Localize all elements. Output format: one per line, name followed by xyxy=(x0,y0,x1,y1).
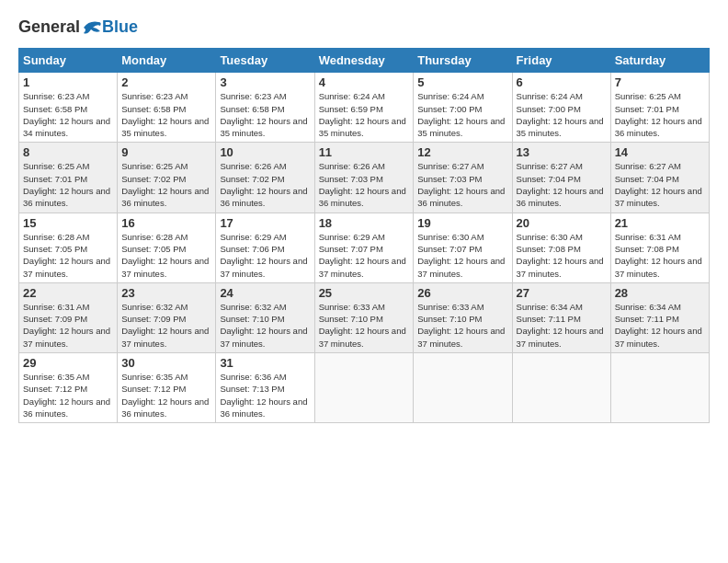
day-detail: Sunrise: 6:27 AMSunset: 7:04 PMDaylight:… xyxy=(517,160,607,209)
day-number: 8 xyxy=(23,145,113,159)
day-detail: Sunrise: 6:33 AMSunset: 7:10 PMDaylight:… xyxy=(319,301,410,350)
calendar-header-thursday: Thursday xyxy=(414,49,512,73)
day-number: 26 xyxy=(417,286,507,300)
day-detail: Sunrise: 6:34 AMSunset: 7:11 PMDaylight:… xyxy=(615,301,705,350)
day-detail: Sunrise: 6:29 AMSunset: 7:07 PMDaylight:… xyxy=(319,231,410,280)
day-detail: Sunrise: 6:35 AMSunset: 7:12 PMDaylight:… xyxy=(23,371,113,419)
day-detail: Sunrise: 6:27 AMSunset: 7:04 PMDaylight:… xyxy=(615,160,705,209)
day-number: 19 xyxy=(417,216,507,230)
day-number: 11 xyxy=(319,145,410,159)
day-detail: Sunrise: 6:31 AMSunset: 7:09 PMDaylight:… xyxy=(23,301,113,350)
day-number: 10 xyxy=(220,145,310,159)
day-detail: Sunrise: 6:30 AMSunset: 7:08 PMDaylight:… xyxy=(517,231,607,280)
calendar-cell xyxy=(610,353,709,423)
calendar-cell xyxy=(314,353,414,423)
logo-subtext: Blue xyxy=(102,17,138,37)
calendar-cell: 10Sunrise: 6:26 AMSunset: 7:02 PMDayligh… xyxy=(216,143,314,213)
calendar-cell: 19Sunrise: 6:30 AMSunset: 7:07 PMDayligh… xyxy=(414,213,512,282)
day-detail: Sunrise: 6:26 AMSunset: 7:03 PMDaylight:… xyxy=(319,160,410,209)
logo: General Blue xyxy=(18,18,138,37)
calendar-cell: 25Sunrise: 6:33 AMSunset: 7:10 PMDayligh… xyxy=(314,282,414,352)
day-detail: Sunrise: 6:25 AMSunset: 7:01 PMDaylight:… xyxy=(615,90,705,139)
calendar-header-saturday: Saturday xyxy=(610,49,709,73)
day-number: 24 xyxy=(220,286,310,300)
day-number: 22 xyxy=(23,286,113,300)
page: General Blue SundayMondayTuesdayWednesda… xyxy=(0,0,728,563)
calendar-cell: 7Sunrise: 6:25 AMSunset: 7:01 PMDaylight… xyxy=(610,73,709,143)
day-number: 1 xyxy=(23,75,113,89)
day-detail: Sunrise: 6:28 AMSunset: 7:05 PMDaylight:… xyxy=(23,231,113,280)
day-number: 17 xyxy=(220,216,310,230)
calendar-cell: 30Sunrise: 6:35 AMSunset: 7:12 PMDayligh… xyxy=(118,353,216,423)
day-number: 5 xyxy=(417,75,507,89)
calendar-cell: 20Sunrise: 6:30 AMSunset: 7:08 PMDayligh… xyxy=(512,213,610,282)
calendar-header-friday: Friday xyxy=(512,49,610,73)
day-detail: Sunrise: 6:23 AMSunset: 6:58 PMDaylight:… xyxy=(220,90,310,139)
calendar-cell: 16Sunrise: 6:28 AMSunset: 7:05 PMDayligh… xyxy=(118,213,216,282)
day-number: 4 xyxy=(319,75,410,89)
day-number: 6 xyxy=(517,75,607,89)
calendar-cell: 31Sunrise: 6:36 AMSunset: 7:13 PMDayligh… xyxy=(216,353,314,423)
day-detail: Sunrise: 6:36 AMSunset: 7:13 PMDaylight:… xyxy=(220,371,310,419)
calendar-cell: 27Sunrise: 6:34 AMSunset: 7:11 PMDayligh… xyxy=(512,282,610,352)
day-detail: Sunrise: 6:32 AMSunset: 7:09 PMDaylight:… xyxy=(121,301,211,350)
day-number: 18 xyxy=(319,216,410,230)
calendar-cell: 11Sunrise: 6:26 AMSunset: 7:03 PMDayligh… xyxy=(314,143,414,213)
day-detail: Sunrise: 6:23 AMSunset: 6:58 PMDaylight:… xyxy=(23,90,113,139)
logo-bird-icon xyxy=(82,18,102,37)
day-detail: Sunrise: 6:30 AMSunset: 7:07 PMDaylight:… xyxy=(417,231,507,280)
calendar-cell: 15Sunrise: 6:28 AMSunset: 7:05 PMDayligh… xyxy=(19,213,118,282)
day-detail: Sunrise: 6:29 AMSunset: 7:06 PMDaylight:… xyxy=(220,231,310,280)
header: General Blue xyxy=(18,18,710,37)
day-detail: Sunrise: 6:24 AMSunset: 7:00 PMDaylight:… xyxy=(417,90,507,139)
calendar-cell: 4Sunrise: 6:24 AMSunset: 6:59 PMDaylight… xyxy=(314,73,414,143)
calendar-header-row: SundayMondayTuesdayWednesdayThursdayFrid… xyxy=(19,49,710,73)
week-row-3: 15Sunrise: 6:28 AMSunset: 7:05 PMDayligh… xyxy=(19,213,710,282)
calendar-cell: 6Sunrise: 6:24 AMSunset: 7:00 PMDaylight… xyxy=(512,73,610,143)
calendar-cell: 22Sunrise: 6:31 AMSunset: 7:09 PMDayligh… xyxy=(19,282,118,352)
calendar-header-sunday: Sunday xyxy=(19,49,118,73)
day-detail: Sunrise: 6:34 AMSunset: 7:11 PMDaylight:… xyxy=(517,301,607,350)
calendar-cell: 2Sunrise: 6:23 AMSunset: 6:58 PMDaylight… xyxy=(118,73,216,143)
calendar-header-wednesday: Wednesday xyxy=(314,49,414,73)
day-number: 9 xyxy=(121,145,211,159)
day-number: 21 xyxy=(615,216,705,230)
calendar-cell xyxy=(414,353,512,423)
day-number: 15 xyxy=(23,216,113,230)
day-detail: Sunrise: 6:27 AMSunset: 7:03 PMDaylight:… xyxy=(417,160,507,209)
day-number: 28 xyxy=(615,286,705,300)
calendar-header-tuesday: Tuesday xyxy=(216,49,314,73)
week-row-5: 29Sunrise: 6:35 AMSunset: 7:12 PMDayligh… xyxy=(19,353,710,423)
calendar-cell xyxy=(512,353,610,423)
calendar-cell: 14Sunrise: 6:27 AMSunset: 7:04 PMDayligh… xyxy=(610,143,709,213)
calendar-cell: 9Sunrise: 6:25 AMSunset: 7:02 PMDaylight… xyxy=(118,143,216,213)
day-number: 25 xyxy=(319,286,410,300)
logo-text: General xyxy=(18,18,102,37)
calendar-cell: 13Sunrise: 6:27 AMSunset: 7:04 PMDayligh… xyxy=(512,143,610,213)
calendar-cell: 3Sunrise: 6:23 AMSunset: 6:58 PMDaylight… xyxy=(216,73,314,143)
day-detail: Sunrise: 6:23 AMSunset: 6:58 PMDaylight:… xyxy=(121,90,211,139)
calendar-cell: 29Sunrise: 6:35 AMSunset: 7:12 PMDayligh… xyxy=(19,353,118,423)
day-detail: Sunrise: 6:25 AMSunset: 7:01 PMDaylight:… xyxy=(23,160,113,209)
day-detail: Sunrise: 6:31 AMSunset: 7:08 PMDaylight:… xyxy=(615,231,705,280)
day-number: 20 xyxy=(517,216,607,230)
day-detail: Sunrise: 6:25 AMSunset: 7:02 PMDaylight:… xyxy=(121,160,211,209)
day-number: 30 xyxy=(121,356,211,370)
day-detail: Sunrise: 6:35 AMSunset: 7:12 PMDaylight:… xyxy=(121,371,211,419)
day-number: 3 xyxy=(220,75,310,89)
calendar-cell: 17Sunrise: 6:29 AMSunset: 7:06 PMDayligh… xyxy=(216,213,314,282)
day-detail: Sunrise: 6:33 AMSunset: 7:10 PMDaylight:… xyxy=(417,301,507,350)
day-detail: Sunrise: 6:24 AMSunset: 6:59 PMDaylight:… xyxy=(319,90,410,139)
day-number: 31 xyxy=(220,356,310,370)
calendar-cell: 12Sunrise: 6:27 AMSunset: 7:03 PMDayligh… xyxy=(414,143,512,213)
day-number: 23 xyxy=(121,286,211,300)
calendar-cell: 23Sunrise: 6:32 AMSunset: 7:09 PMDayligh… xyxy=(118,282,216,352)
calendar-table: SundayMondayTuesdayWednesdayThursdayFrid… xyxy=(18,48,710,423)
day-number: 2 xyxy=(121,75,211,89)
calendar-header-monday: Monday xyxy=(118,49,216,73)
day-number: 16 xyxy=(121,216,211,230)
day-number: 12 xyxy=(417,145,507,159)
week-row-4: 22Sunrise: 6:31 AMSunset: 7:09 PMDayligh… xyxy=(19,282,710,352)
day-number: 13 xyxy=(517,145,607,159)
logo-mark: General Blue xyxy=(18,18,138,37)
